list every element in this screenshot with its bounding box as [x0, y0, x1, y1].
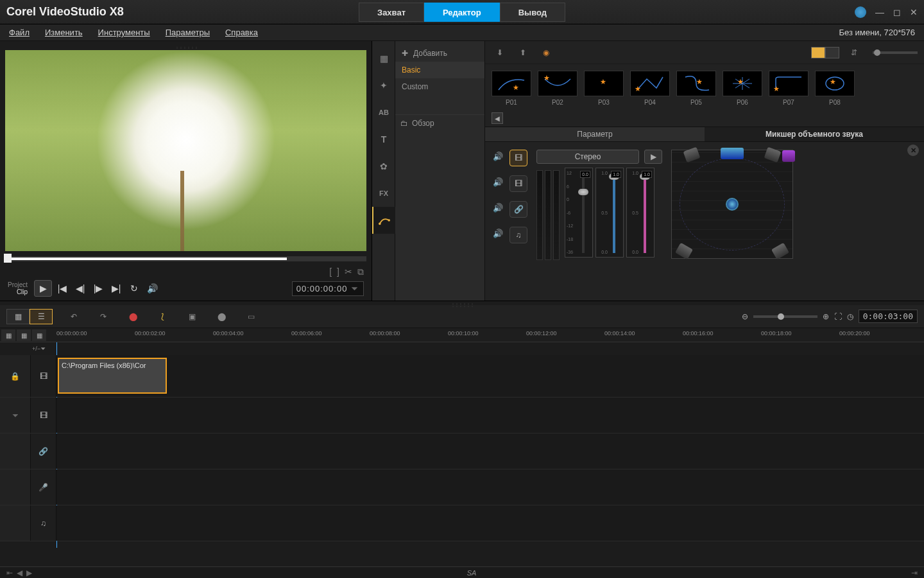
import-icon[interactable]: ⬇ [492, 44, 508, 61]
front-left-speaker-icon[interactable] [683, 147, 701, 162]
seek-bar[interactable] [5, 256, 366, 261]
next-frame-button[interactable]: |▶ [90, 281, 106, 296]
video-track-body[interactable]: C:\Program Files (x86)\Cor [56, 355, 924, 397]
track-head-music[interactable] [0, 505, 31, 541]
fit-icon[interactable]: ⛶ [834, 312, 842, 321]
thumb-view-icon[interactable] [811, 47, 825, 58]
preset-p01[interactable]: ★P01 [492, 71, 531, 106]
record-button[interactable]: ⬤ [124, 308, 141, 325]
prev-frame-button[interactable]: ◀| [73, 281, 88, 296]
center-speaker-icon[interactable] [721, 148, 744, 159]
markin-icon[interactable]: [ [329, 267, 332, 277]
markout-icon[interactable]: ] [337, 267, 339, 277]
master-fader[interactable]: 1260-6-12-18-36 0.0 [565, 168, 593, 258]
ruler-btn-2[interactable]: ▦ [17, 329, 31, 341]
zoom-in-icon[interactable]: ⊕ [823, 312, 829, 321]
track-head-title[interactable] [0, 434, 31, 469]
track-tool-icon[interactable]: ▭ [243, 308, 259, 325]
add-folder-button[interactable]: ✚Добавить [395, 45, 484, 62]
globe-icon[interactable] [855, 6, 866, 18]
chapter-tool-icon[interactable]: ▣ [184, 308, 200, 325]
maximize-icon[interactable]: ◻ [893, 7, 901, 17]
overlay-track-icon[interactable]: 🎞 [509, 175, 527, 192]
speaker-icon[interactable]: 🔊 [493, 152, 506, 164]
menu-help[interactable]: Справка [225, 28, 258, 37]
play-button[interactable]: ▶ [34, 280, 52, 297]
rear-left-speaker-icon[interactable] [675, 243, 693, 260]
nav-left-icon[interactable]: ◀ [17, 568, 22, 577]
tab-capture[interactable]: Захват [359, 3, 424, 22]
scroll-left-icon[interactable]: ⇤ [6, 568, 13, 577]
redo-button[interactable]: ↷ [95, 308, 112, 325]
rear-right-speaker-icon[interactable] [771, 243, 789, 260]
tab-parameter[interactable]: Параметр [485, 127, 705, 141]
scroll-left-button[interactable]: ◀ [492, 112, 503, 124]
track-head-video[interactable]: 🔒 [0, 355, 31, 397]
menu-options[interactable]: Параметры [166, 28, 210, 37]
sub-fader[interactable]: 1.00.50.0 1.0 [626, 168, 654, 258]
ruler-btn-3[interactable]: ▦ [32, 329, 46, 341]
multitrim-icon[interactable]: ⧉ [357, 267, 364, 277]
voice-track-icon[interactable]: 🎤 [31, 469, 56, 505]
nav-right-icon[interactable]: ▶ [26, 568, 32, 577]
graphic-tab-icon[interactable]: ✿ [372, 153, 395, 180]
loop-button[interactable]: ↻ [126, 281, 142, 296]
title-track-body[interactable] [56, 434, 924, 469]
instant-tab-icon[interactable]: ✦ [372, 72, 395, 99]
preset-p04[interactable]: ★P04 [630, 71, 670, 106]
video-preview[interactable] [5, 50, 366, 251]
toggle-tool-icon[interactable]: ⬤ [213, 308, 230, 325]
overlay-track-body[interactable] [56, 398, 924, 433]
view-toggle[interactable] [811, 47, 839, 58]
menu-file[interactable]: Файл [9, 28, 30, 37]
speaker-icon[interactable]: 🔊 [493, 229, 506, 241]
add-track-row[interactable]: +/−⏷ [0, 342, 924, 355]
tab-editor[interactable]: Редактор [424, 3, 500, 22]
volume-button[interactable]: 🔊 [144, 281, 160, 296]
front-right-speaker-icon[interactable] [764, 147, 782, 162]
preset-p06[interactable]: ★P06 [723, 71, 762, 106]
preset-p03[interactable]: ★P03 [584, 71, 624, 106]
tab-surround-mixer[interactable]: Микшер объемного звука [705, 127, 924, 141]
end-button[interactable]: ▶| [108, 281, 124, 296]
subwoofer-icon[interactable] [782, 150, 795, 162]
timeline-view-icon[interactable]: ☰ [30, 309, 53, 324]
timeline-duration[interactable]: 0:00:03:00 [859, 310, 918, 323]
speaker-icon[interactable]: 🔊 [493, 203, 506, 216]
audio-tool-icon[interactable]: ⟅ [154, 308, 171, 325]
minimize-icon[interactable]: — [875, 7, 884, 17]
folder-basic[interactable]: Basic [395, 62, 484, 78]
music-track-body[interactable] [56, 505, 924, 541]
browse-button[interactable]: 🗀Обзор [395, 114, 484, 132]
preset-p07[interactable]: ★P07 [769, 71, 809, 106]
preset-p05[interactable]: ★P05 [676, 71, 716, 106]
tab-output[interactable]: Вывод [500, 3, 565, 22]
sort-options-icon[interactable]: ⇵ [846, 44, 862, 61]
sort-icon[interactable]: ◉ [538, 44, 554, 61]
video-clip[interactable]: C:\Program Files (x86)\Cor [58, 358, 167, 394]
cut-icon[interactable]: ✂ [345, 267, 352, 277]
surround-position-dot[interactable] [726, 198, 739, 211]
path-tab-icon[interactable] [372, 207, 395, 234]
music-track-icon[interactable]: ♫ [509, 227, 527, 243]
ruler-btn-1[interactable]: ▦ [1, 329, 15, 341]
library-zoom-slider[interactable] [873, 51, 918, 54]
preset-p08[interactable]: ★P08 [815, 71, 855, 106]
media-tab-icon[interactable]: ▦ [372, 45, 395, 72]
seek-thumb[interactable] [4, 254, 12, 263]
zoom-slider[interactable] [753, 315, 817, 318]
title-track-icon[interactable]: 🔗 [31, 434, 56, 469]
music-track-icon[interactable]: ♫ [31, 505, 56, 541]
transition-tab-icon[interactable]: AB [372, 99, 395, 126]
scroll-right-icon[interactable]: ⇥ [911, 568, 918, 577]
video-track-icon[interactable]: 🎞 [31, 355, 56, 397]
export-icon[interactable]: ⬆ [515, 44, 531, 61]
close-panel-icon[interactable]: ✕ [907, 144, 919, 156]
menu-tools[interactable]: Инструменты [98, 28, 150, 37]
title-tab-icon[interactable]: T [372, 126, 395, 153]
video-track-icon[interactable]: 🎞 [509, 150, 527, 166]
center-fader[interactable]: 1.00.50.0 1.0 [595, 168, 624, 258]
panel-grip[interactable] [5, 45, 366, 49]
menu-edit[interactable]: Изменить [45, 28, 83, 37]
folder-custom[interactable]: Custom [395, 78, 484, 95]
